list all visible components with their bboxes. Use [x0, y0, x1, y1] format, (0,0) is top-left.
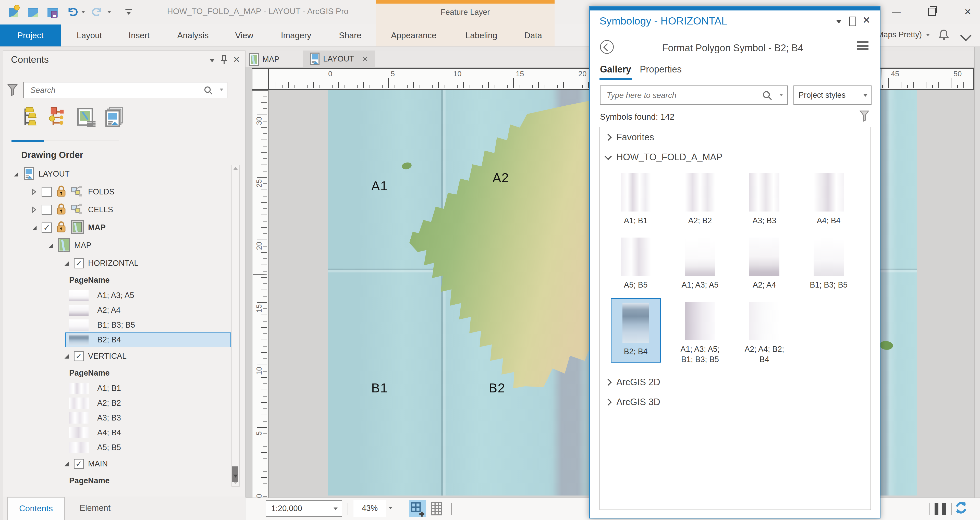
symbol-tile[interactable]: A4; B4	[797, 167, 861, 231]
symbol-tile[interactable]: A3; B3	[732, 167, 797, 231]
tree-node-horizontal[interactable]: ✓HORIZONTAL	[3, 254, 231, 272]
add-map-frame-button[interactable]	[409, 500, 426, 517]
tree-field-header[interactable]: PageName	[3, 272, 231, 288]
notifications-bell-icon[interactable]	[938, 29, 950, 41]
save-project-icon[interactable]	[46, 5, 60, 18]
zoom-percent[interactable]: 43%	[353, 500, 386, 517]
section-favorites[interactable]: Favorites	[600, 127, 870, 147]
list-by-drawing-order-icon[interactable]	[20, 107, 41, 128]
pin-icon[interactable]	[220, 55, 228, 65]
tab-element[interactable]: Element	[80, 497, 110, 520]
ribbon-tab-imagery[interactable]: Imagery	[281, 24, 311, 46]
symbol-tile[interactable]: B1; B3; B5	[797, 231, 861, 296]
refresh-icon[interactable]	[954, 501, 968, 515]
visibility-checkbox[interactable]	[41, 205, 52, 215]
contents-search-input[interactable]	[30, 84, 194, 97]
tree-legend-item[interactable]: B1; B3; B5	[3, 318, 231, 332]
tree-legend-item[interactable]: A3; B3	[3, 410, 231, 425]
tree-legend-item[interactable]: A5; B5	[3, 440, 231, 455]
symbol-tile[interactable]: A1; B1	[604, 167, 668, 231]
tree-legend-item[interactable]: A2; B2	[3, 396, 231, 410]
list-by-element-type-icon[interactable]	[48, 107, 70, 128]
visibility-checkbox[interactable]: ✓	[41, 223, 52, 233]
grid-view-button[interactable]	[428, 500, 445, 517]
symbol-tile[interactable]: A1; A3; A5	[668, 231, 732, 296]
pause-drawing-icon[interactable]	[935, 503, 946, 515]
undo-icon[interactable]	[66, 5, 78, 18]
symbol-tile[interactable]: A5; B5	[604, 231, 668, 296]
zoom-dropdown-icon[interactable]	[388, 507, 393, 509]
ribbon-tab-analysis[interactable]: Analysis	[177, 24, 209, 46]
tree-node-map[interactable]: ✓MAP	[3, 219, 231, 237]
tree-legend-item[interactable]: A1; B1	[3, 381, 231, 396]
search-icon[interactable]	[204, 86, 213, 95]
hamburger-menu-icon[interactable]	[857, 41, 869, 51]
redo-dropdown-icon[interactable]	[107, 11, 111, 13]
symbol-tile[interactable]: A2; B2	[668, 167, 732, 231]
section-arcgis-2d[interactable]: ArcGIS 2D	[600, 372, 870, 392]
back-button[interactable]	[600, 40, 614, 54]
customize-qat-icon[interactable]	[124, 5, 133, 18]
tab-gallery[interactable]: Gallery	[600, 64, 631, 75]
section-how-to-fold-a-map[interactable]: HOW_TO_FOLD_A_MAP	[600, 147, 870, 167]
redo-icon[interactable]	[92, 5, 103, 18]
tree-node-map[interactable]: MAP	[3, 237, 231, 254]
tree-node-vertical[interactable]: ✓VERTICAL	[3, 347, 231, 365]
tree-legend-item[interactable]: A4; B4	[3, 425, 231, 440]
tree-field-header[interactable]: PageName	[3, 473, 231, 488]
ribbon-tab-share[interactable]: Share	[339, 24, 361, 46]
ribbon-tab-data[interactable]: Data	[524, 24, 542, 46]
filter-funnel-icon[interactable]	[859, 110, 870, 122]
minimize-button[interactable]: —	[889, 6, 904, 18]
undo-dropdown-icon[interactable]	[81, 11, 85, 13]
ribbon-tab-view[interactable]: View	[235, 24, 253, 46]
ribbon-tab-labeling[interactable]: Labeling	[466, 24, 497, 46]
search-options-dropdown-icon[interactable]	[220, 89, 223, 91]
tree-legend-item[interactable]: B2; B4	[3, 332, 231, 347]
tab-contents[interactable]: Contents	[7, 497, 65, 520]
visibility-checkbox[interactable]: ✓	[74, 258, 84, 269]
visibility-checkbox[interactable]: ✓	[74, 459, 84, 469]
map-scale-select[interactable]: 1:20,000	[266, 500, 342, 517]
ribbon-tab-layout[interactable]: Layout	[76, 24, 102, 46]
symbol-tile[interactable]: A1; A3; A5; B1; B3; B5	[668, 296, 732, 372]
panel-menu-icon[interactable]	[836, 20, 842, 24]
view-tab-layout[interactable]: LAYOUT ✕	[303, 51, 375, 67]
close-button[interactable]: ✕	[961, 6, 975, 18]
ribbon-tab-insert[interactable]: Insert	[129, 24, 150, 46]
filter-funnel-icon[interactable]	[7, 83, 18, 97]
visibility-checkbox[interactable]: ✓	[74, 351, 84, 361]
symbol-tile[interactable]: A2; A4	[732, 231, 797, 296]
tree-node-layout[interactable]: LAYOUT	[3, 165, 231, 183]
list-map-series-pages-icon[interactable]	[76, 107, 98, 128]
panel-close-icon[interactable]: ✕	[233, 54, 240, 65]
styles-filter-select[interactable]: Project styles	[794, 86, 872, 105]
visibility-checkbox[interactable]	[41, 187, 52, 197]
ribbon-tab-project[interactable]: Project	[0, 24, 61, 46]
panel-menu-icon[interactable]	[210, 59, 215, 62]
new-project-icon[interactable]	[7, 5, 21, 18]
view-tab-map[interactable]: MAP	[249, 51, 280, 67]
search-options-dropdown-icon[interactable]	[779, 94, 783, 96]
tree-field-header[interactable]: PageName	[3, 365, 231, 381]
ribbon-tab-appearance[interactable]: Appearance	[391, 24, 436, 46]
section-arcgis-3d[interactable]: ArcGIS 3D	[600, 392, 870, 412]
panel-restore-icon[interactable]	[849, 17, 856, 26]
selected-symbol-tile[interactable]: B2; B4	[611, 298, 661, 363]
search-icon[interactable]	[762, 90, 773, 101]
tree-legend-item[interactable]: A2; A4	[3, 303, 231, 318]
tree-node-main[interactable]: ✓MAIN	[3, 455, 231, 473]
panel-close-icon[interactable]: ✕	[862, 14, 870, 26]
symbol-tile[interactable]: B2; B4	[604, 296, 668, 372]
tree-node-folds[interactable]: FOLDS	[3, 183, 231, 201]
list-layouts-icon[interactable]	[104, 107, 126, 128]
symbol-tile[interactable]: A2; A4; B2; B4	[732, 296, 797, 372]
restore-button[interactable]	[925, 6, 939, 18]
contents-scrollbar[interactable]	[231, 165, 240, 487]
tree-legend-item[interactable]: A1; A3; A5	[3, 288, 231, 303]
tree-node-cells[interactable]: CELLS	[3, 201, 231, 219]
tab-properties[interactable]: Properties	[640, 64, 682, 75]
symbol-search-input[interactable]	[606, 89, 750, 102]
panel-grab-bar[interactable]	[590, 7, 880, 11]
signin-dropdown-icon[interactable]	[926, 34, 930, 36]
